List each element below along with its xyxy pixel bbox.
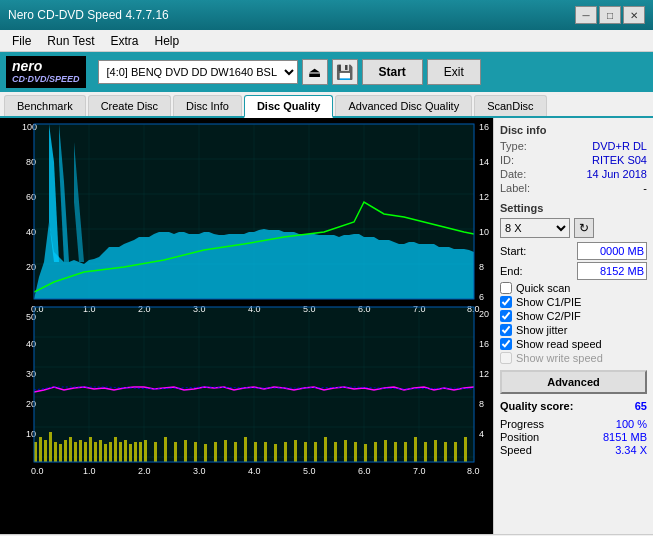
svg-text:0.0: 0.0 — [31, 466, 44, 476]
svg-rect-109 — [424, 442, 427, 462]
progress-speed-row: Speed 3.34 X — [500, 444, 647, 456]
show-read-speed-label: Show read speed — [516, 338, 602, 350]
svg-text:5.0: 5.0 — [303, 466, 316, 476]
svg-rect-87 — [204, 444, 207, 462]
svg-rect-80 — [139, 442, 142, 462]
show-c2pif-row: Show C2/PIF — [500, 310, 647, 322]
svg-rect-92 — [254, 442, 257, 462]
progress-section: Progress 100 % Position 8151 MB Speed 3.… — [500, 418, 647, 456]
svg-text:7.0: 7.0 — [413, 304, 426, 314]
menu-run-test[interactable]: Run Test — [39, 32, 102, 50]
tabs-bar: Benchmark Create Disc Disc Info Disc Qua… — [0, 92, 653, 118]
info-row-id: ID: RITEK S04 — [500, 154, 647, 166]
svg-text:16: 16 — [479, 122, 489, 132]
start-label: Start: — [500, 245, 526, 257]
progress-progress-row: Progress 100 % — [500, 418, 647, 430]
minimize-button[interactable]: ─ — [575, 6, 597, 24]
svg-rect-84 — [174, 442, 177, 462]
chart-svg: 16 14 12 10 8 6 100 80 60 40 20 0.0 1.0 … — [4, 122, 489, 530]
progress-label: Progress — [500, 418, 544, 430]
svg-rect-76 — [119, 442, 122, 462]
eject-icon[interactable]: ⏏ — [302, 59, 328, 85]
svg-rect-86 — [194, 442, 197, 462]
svg-rect-113 — [464, 437, 467, 462]
speed-row: 8 X ↻ — [500, 218, 647, 238]
svg-text:4.0: 4.0 — [248, 466, 261, 476]
tab-advanced-disc-quality[interactable]: Advanced Disc Quality — [335, 95, 472, 116]
quick-scan-checkbox[interactable] — [500, 282, 512, 294]
svg-rect-77 — [124, 440, 127, 462]
svg-rect-85 — [184, 440, 187, 462]
svg-rect-93 — [264, 442, 267, 462]
info-row-label: Label: - — [500, 182, 647, 194]
tab-disc-info[interactable]: Disc Info — [173, 95, 242, 116]
tab-scandisc[interactable]: ScanDisc — [474, 95, 546, 116]
svg-text:20: 20 — [26, 399, 36, 409]
svg-text:8: 8 — [479, 262, 484, 272]
quick-scan-row: Quick scan — [500, 282, 647, 294]
svg-rect-71 — [94, 442, 97, 462]
refresh-button[interactable]: ↻ — [574, 218, 594, 238]
svg-rect-97 — [304, 442, 307, 462]
svg-rect-74 — [109, 442, 112, 462]
show-write-speed-row: Show write speed — [500, 352, 647, 364]
svg-rect-63 — [54, 442, 57, 462]
svg-rect-98 — [314, 442, 317, 462]
exit-button[interactable]: Exit — [427, 59, 481, 85]
svg-rect-111 — [444, 442, 447, 462]
svg-rect-72 — [99, 440, 102, 462]
tab-create-disc[interactable]: Create Disc — [88, 95, 171, 116]
toolbar: nero CD·DVD/SPEED [4:0] BENQ DVD DD DW16… — [0, 52, 653, 92]
svg-text:7.0: 7.0 — [413, 466, 426, 476]
svg-text:30: 30 — [26, 369, 36, 379]
svg-text:2.0: 2.0 — [138, 466, 151, 476]
svg-rect-61 — [44, 440, 47, 462]
menu-file[interactable]: File — [4, 32, 39, 50]
start-button[interactable]: Start — [362, 59, 423, 85]
svg-rect-69 — [84, 442, 87, 462]
maximize-button[interactable]: □ — [599, 6, 621, 24]
menu-help[interactable]: Help — [147, 32, 188, 50]
svg-rect-91 — [244, 437, 247, 462]
svg-rect-88 — [214, 442, 217, 462]
progress-position-row: Position 8151 MB — [500, 431, 647, 443]
svg-text:2.0: 2.0 — [138, 304, 151, 314]
svg-text:10: 10 — [479, 227, 489, 237]
svg-rect-89 — [224, 440, 227, 462]
drive-selector: [4:0] BENQ DVD DD DW1640 BSLB — [98, 60, 298, 84]
svg-text:12: 12 — [479, 369, 489, 379]
tab-benchmark[interactable]: Benchmark — [4, 95, 86, 116]
svg-rect-99 — [324, 437, 327, 462]
speed-dropdown[interactable]: 8 X — [500, 218, 570, 238]
speed-value: 3.34 X — [615, 444, 647, 456]
show-jitter-checkbox[interactable] — [500, 324, 512, 336]
show-c1pie-checkbox[interactable] — [500, 296, 512, 308]
svg-rect-79 — [134, 442, 137, 462]
quick-scan-label: Quick scan — [516, 282, 570, 294]
position-value: 8151 MB — [603, 431, 647, 443]
id-label: ID: — [500, 154, 514, 166]
advanced-button[interactable]: Advanced — [500, 370, 647, 394]
svg-rect-112 — [454, 442, 457, 462]
settings-section: Settings 8 X ↻ Start: End: Quick scan — [500, 202, 647, 394]
svg-text:40: 40 — [26, 339, 36, 349]
show-read-speed-checkbox[interactable] — [500, 338, 512, 350]
svg-rect-101 — [344, 440, 347, 462]
show-c2pif-checkbox[interactable] — [500, 310, 512, 322]
progress-value: 100 % — [616, 418, 647, 430]
tab-disc-quality[interactable]: Disc Quality — [244, 95, 334, 118]
svg-rect-65 — [64, 440, 67, 462]
close-button[interactable]: ✕ — [623, 6, 645, 24]
svg-rect-103 — [364, 444, 367, 462]
svg-text:6.0: 6.0 — [358, 304, 371, 314]
end-input[interactable] — [577, 262, 647, 280]
svg-text:8.0: 8.0 — [467, 466, 480, 476]
info-panel: Disc info Type: DVD+R DL ID: RITEK S04 D… — [493, 118, 653, 534]
start-input[interactable] — [577, 242, 647, 260]
svg-rect-108 — [414, 437, 417, 462]
svg-rect-102 — [354, 442, 357, 462]
menu-extra[interactable]: Extra — [102, 32, 146, 50]
drive-dropdown[interactable]: [4:0] BENQ DVD DD DW1640 BSLB — [98, 60, 298, 84]
save-icon[interactable]: 💾 — [332, 59, 358, 85]
nero-logo-top: nero — [12, 59, 80, 74]
